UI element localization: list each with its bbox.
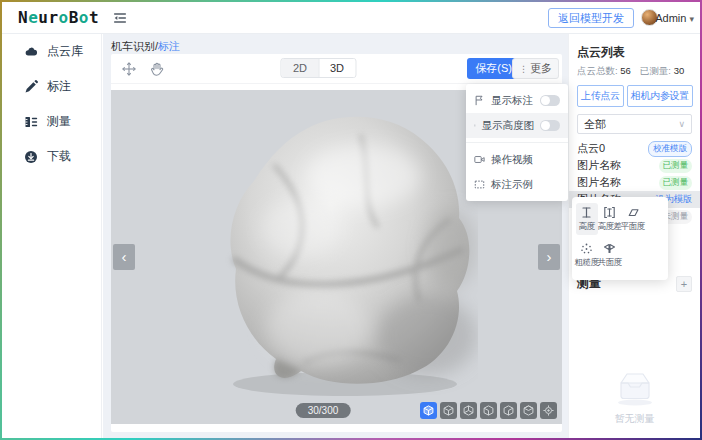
sidebar: 点云库 标注 测量 下载 (2, 34, 102, 438)
panel-actions: 上传点云 相机内参设置 (577, 85, 692, 107)
stat-measured-label: 已测量: (640, 65, 671, 76)
view-cube-default-button[interactable] (420, 402, 437, 419)
list-item-name: 图片名称 (577, 158, 621, 173)
add-measure-button[interactable]: + (676, 276, 692, 292)
logo-letter: t (89, 8, 99, 27)
back-to-model-dev-button[interactable]: 返回模型开发 (548, 8, 634, 28)
tool-label: 高度差 (598, 221, 622, 233)
main-content: 机车识别/标注 2D 3D 保存(S) ⋮更多 (103, 34, 568, 438)
upload-pointcloud-button[interactable]: 上传点云 (577, 85, 624, 107)
app-window: NeuroBot 返回模型开发 Admin ▾ 点云库 标注 测量 下载 机车识… (0, 0, 702, 440)
list-item[interactable]: 点云0 校准模版 (577, 140, 692, 157)
list-item[interactable]: 图片名称 已测量 (577, 174, 692, 191)
video-icon (474, 154, 485, 165)
menu-item-show-heightmap[interactable]: 显示高度图 (466, 113, 568, 138)
stat-total: 点云总数: 56 (577, 65, 631, 78)
menu-item-annotation-example[interactable]: 标注示例 (466, 172, 568, 197)
prev-image-arrow[interactable]: ‹ (113, 244, 135, 270)
menu-item-show-annotations[interactable]: 显示标注 (466, 88, 568, 113)
next-image-arrow[interactable]: › (538, 244, 560, 270)
view-cube-front-button[interactable] (440, 402, 457, 419)
stat-measured-value: 30 (674, 65, 685, 76)
view-cube-left-button[interactable] (480, 402, 497, 419)
sidebar-item-measure[interactable]: 测量 (2, 104, 101, 139)
pen-icon (24, 80, 38, 94)
tool-label: 高度 (579, 221, 595, 233)
tool-height[interactable]: 高度 (576, 203, 598, 235)
reset-view-target-button[interactable] (540, 402, 557, 419)
sidebar-item-label: 点云库 (47, 43, 83, 60)
mode-2d-button[interactable]: 2D (282, 59, 318, 77)
logo-letter: e (28, 8, 38, 27)
logo-letter: u (38, 8, 48, 27)
tooth-3d-model[interactable] (213, 108, 478, 400)
view-cube-back-button[interactable] (460, 402, 477, 419)
heightmap-icon (474, 120, 476, 131)
menu-item-label: 标注示例 (491, 178, 560, 192)
sidebar-item-label: 测量 (47, 113, 71, 130)
pointcloud-panel: 点云列表 点云总数: 56 已测量: 30 上传点云 相机内参设置 全部 ∨ 点… (568, 34, 700, 438)
list-item-name: 图片名称 (577, 175, 621, 190)
tool-height-diff[interactable]: 高度差 (599, 203, 621, 235)
menu-item-label: 操作视频 (491, 153, 560, 167)
mode-3d-button[interactable]: 3D (318, 59, 355, 77)
panel-title: 点云列表 (577, 44, 692, 61)
show-heightmap-toggle[interactable] (540, 120, 560, 131)
more-dropdown-menu: 显示标注 显示高度图 操作视频 标注示例 (466, 84, 568, 201)
tool-label: 共面度 (598, 257, 622, 269)
logo-letter: o (59, 8, 69, 27)
hand-tool-icon[interactable] (149, 61, 165, 77)
logo: NeuroBot (18, 8, 99, 27)
view-mode-toggle: 2D 3D (281, 58, 356, 78)
roughness-tool-icon (580, 242, 593, 255)
logo-letter: B (69, 8, 79, 27)
status-badge: 已测量 (659, 159, 693, 173)
menu-item-tutorial-video[interactable]: 操作视频 (466, 147, 568, 172)
collapse-sidebar-icon[interactable] (112, 10, 128, 26)
sidebar-item-download[interactable]: 下载 (2, 139, 101, 174)
empty-box-icon (612, 370, 658, 406)
workspace-card: 2D 3D 保存(S) ⋮更多 显示标注 显示高度图 (111, 54, 562, 432)
chevron-down-icon: ∨ (678, 119, 685, 129)
empty-state-text: 暂无测量 (569, 412, 700, 426)
more-button[interactable]: ⋮更多 (512, 58, 559, 79)
view-orientation-buttons (420, 402, 557, 419)
status-badge: 校准模版 (648, 141, 692, 157)
caret-down-icon: ▾ (689, 14, 694, 24)
menu-item-label: 显示标注 (491, 94, 534, 108)
measure-tools-popup: 高度 高度差 平面度 粗糙度 共面度 (572, 197, 668, 280)
breadcrumb: 机车识别/标注 (111, 39, 180, 54)
show-annotations-toggle[interactable] (540, 95, 560, 106)
tool-coplanarity[interactable]: 共面度 (599, 239, 621, 271)
list-item-name: 点云0 (577, 141, 605, 156)
user-name: Admin (655, 12, 686, 24)
user-menu[interactable]: Admin ▾ (655, 12, 694, 24)
view-cube-right-button[interactable] (500, 402, 517, 419)
height-tool-icon (580, 206, 593, 219)
move-tool-icon[interactable] (121, 61, 137, 77)
panel-stats: 点云总数: 56 已测量: 30 (577, 65, 692, 78)
breadcrumb-current: 标注 (158, 40, 180, 52)
view-cube-top-button[interactable] (520, 402, 537, 419)
camera-params-button[interactable]: 相机内参设置 (627, 85, 693, 107)
list-item[interactable]: 图片名称 已测量 (577, 157, 692, 174)
stat-total-value: 56 (620, 65, 631, 76)
sidebar-item-label: 标注 (47, 78, 71, 95)
sidebar-item-label: 下载 (47, 148, 71, 165)
stat-measured: 已测量: 30 (640, 65, 684, 78)
menu-item-label: 显示高度图 (482, 119, 535, 133)
empty-state: 暂无测量 (569, 370, 700, 426)
tool-roughness[interactable]: 粗糙度 (576, 239, 598, 271)
top-header: NeuroBot 返回模型开发 Admin ▾ (2, 2, 700, 34)
sidebar-item-annotate[interactable]: 标注 (2, 69, 101, 104)
flatness-tool-icon (626, 206, 639, 219)
status-badge: 已测量 (659, 176, 693, 190)
sidebar-item-pointcloud-library[interactable]: 点云库 (2, 34, 101, 69)
filter-select[interactable]: 全部 ∨ (577, 114, 692, 134)
tool-label: 粗糙度 (575, 257, 599, 269)
breadcrumb-parent[interactable]: 机车识别 (111, 40, 155, 52)
tool-flatness[interactable]: 平面度 (622, 203, 644, 235)
height-diff-tool-icon (603, 206, 616, 219)
flag-icon (474, 95, 485, 106)
menu-divider (466, 142, 568, 143)
